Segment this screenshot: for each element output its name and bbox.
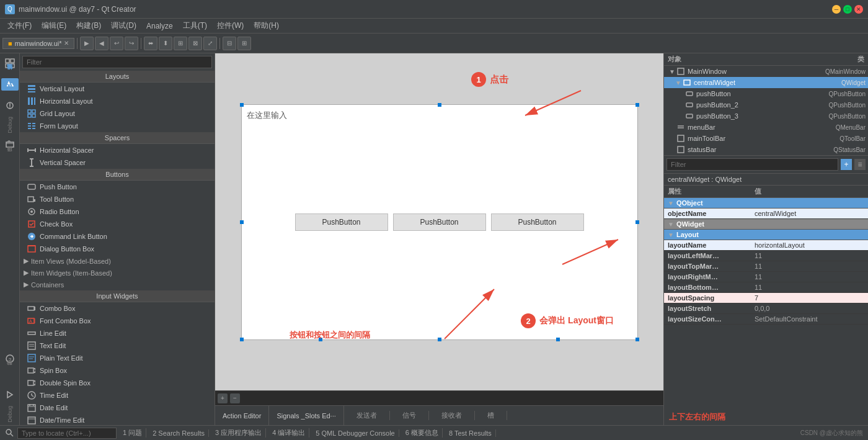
props-filter-input[interactable] — [666, 158, 838, 171]
item-plain-text-edit[interactable]: Plain Text Edit — [20, 352, 215, 364]
sidebar-filter-input[interactable] — [22, 56, 212, 68]
toolbar-btn-tab2[interactable]: ⊞ — [237, 37, 251, 50]
obj-row-pushbutton3[interactable]: pushButton_3 QPushButton — [664, 110, 868, 122]
minimize-button[interactable]: ─ — [832, 5, 841, 14]
status-test-results[interactable]: 8 Test Results — [445, 429, 496, 437]
props-row-layoutname[interactable]: layoutName horizontalLayout — [664, 240, 868, 251]
status-app-output[interactable]: 3 应用程序输出 — [211, 428, 266, 438]
obj-row-statusbar[interactable]: statusBar QStatusBar — [664, 144, 868, 155]
strip-project-icon[interactable] — [2, 137, 17, 152]
props-row-layouttop[interactable]: layoutTopMar… 11 — [664, 261, 868, 272]
props-options-button[interactable]: ≡ — [854, 159, 866, 170]
props-add-button[interactable]: + — [841, 159, 852, 170]
radio-button-label: Radio Button — [40, 208, 79, 215]
toolbar-btn-align-v[interactable]: ⬍ — [159, 37, 172, 50]
strip-widgets-icon[interactable] — [2, 56, 17, 71]
props-row-objectname[interactable]: objectName centralWidget — [664, 209, 868, 219]
item-dialog-button[interactable]: Dialog Button Box — [20, 243, 215, 255]
item-date-edit[interactable]: Date Edit — [20, 402, 215, 414]
obj-row-toolbar[interactable]: mainToolBar QToolBar — [664, 133, 868, 144]
item-widgets-chevron: ▶ — [24, 269, 29, 277]
status-qml-debugger[interactable]: 5 QML Debugger Console — [312, 429, 399, 437]
item-line-edit[interactable]: Line Edit — [20, 327, 215, 339]
layout-collapse-icon[interactable]: ▼ — [668, 231, 674, 238]
item-horizontal-spacer[interactable]: Horizontal Spacer — [20, 144, 215, 156]
item-spin-box[interactable]: Spin Box — [20, 364, 215, 377]
item-vertical-spacer[interactable]: Vertical Spacer — [20, 156, 215, 169]
props-row-layoutleft[interactable]: layoutLeftMar… 11 — [664, 251, 868, 261]
toolbar-btn-align-h[interactable]: ⬌ — [144, 37, 157, 50]
menu-build[interactable]: 构建(B) — [71, 19, 106, 32]
item-font-combo[interactable]: A Font Combo Box — [20, 315, 215, 327]
status-search[interactable]: 2 Search Results — [149, 429, 209, 437]
item-double-spin-box[interactable]: Double Spin Box — [20, 377, 215, 389]
item-vertical-layout[interactable]: Vertical Layout — [20, 83, 215, 95]
props-row-layoutspacing[interactable]: layoutSpacing 7 — [664, 293, 868, 303]
props-row-layoutright[interactable]: layoutRightM… 11 — [664, 272, 868, 282]
qwidget-collapse-icon[interactable]: ▼ — [668, 221, 674, 228]
design-form[interactable]: 在这里输入 PushButton PushButton PushButton — [241, 104, 638, 340]
toolbar-btn-tab[interactable]: ⊟ — [223, 37, 236, 50]
item-combo-box[interactable]: Combo Box — [20, 302, 215, 315]
item-checkbox[interactable]: Check Box — [20, 218, 215, 230]
toolbar-btn-4[interactable]: ↪ — [125, 37, 138, 50]
centralwidget-expand[interactable]: ▼ — [675, 79, 681, 86]
obj-row-pushbutton[interactable]: pushButton QPushButton — [664, 88, 868, 99]
item-text-edit[interactable]: Text Edit — [20, 339, 215, 352]
canvas-push-btn-2[interactable]: PushButton — [393, 213, 486, 231]
strip-design-icon[interactable] — [1, 78, 19, 91]
toolbar-btn-1[interactable]: ▶ — [80, 37, 94, 50]
item-push-button[interactable]: Push Button — [20, 181, 215, 193]
strip-help-icon[interactable]: ? — [2, 351, 17, 366]
obj-row-centralwidget[interactable]: ▼ centralWidget QWidget — [664, 77, 868, 88]
menu-tools[interactable]: 工具(T) — [178, 19, 212, 32]
item-form-layout[interactable]: Form Layout — [20, 120, 215, 132]
remove-action-button[interactable]: − — [230, 393, 240, 403]
status-problems[interactable]: 1 问题 — [119, 428, 146, 438]
close-tab-button[interactable]: ✕ — [64, 40, 69, 47]
props-row-layoutsizecon[interactable]: layoutSizeCon… SetDefaultConstraint — [664, 314, 868, 325]
toolbar-btn-break[interactable]: ⊠ — [188, 37, 202, 50]
obj-row-pushbutton2[interactable]: pushButton_2 QPushButton — [664, 99, 868, 110]
item-widgets-expand[interactable]: ▶ Item Widgets (Item-Based) — [20, 267, 215, 279]
close-button[interactable]: ✕ — [854, 5, 863, 14]
item-horizontal-layout[interactable]: Horizontal Layout — [20, 95, 215, 107]
item-datetime-edit[interactable]: Date/Time Edit — [20, 414, 215, 425]
menu-file[interactable]: 文件(F) — [2, 19, 37, 32]
toolbar-btn-3[interactable]: ↩ — [110, 37, 123, 50]
obj-row-mainwindow[interactable]: ▼ MainWindow QMainWindow — [664, 66, 868, 77]
toolbar-btn-adj-size[interactable]: ⤢ — [203, 37, 217, 50]
menu-debug[interactable]: 调试(D) — [106, 19, 141, 32]
item-time-edit[interactable]: Time Edit — [20, 389, 215, 402]
menu-controls[interactable]: 控件(W) — [212, 19, 249, 32]
menu-help[interactable]: 帮助(H) — [249, 19, 284, 32]
svg-rect-23 — [32, 125, 35, 127]
props-row-layoutbottom[interactable]: layoutBottom… 11 — [664, 282, 868, 293]
locate-input[interactable] — [17, 428, 117, 439]
canvas-push-btn-1[interactable]: PushButton — [295, 213, 388, 231]
props-row-layoutstretch[interactable]: layoutStretch 0,0,0 — [664, 303, 868, 314]
signals-slots-tab[interactable]: Signals _Slots Ed··· — [269, 406, 343, 425]
toolbar-btn-grid[interactable]: ⊞ — [174, 37, 187, 50]
mainwindow-expand[interactable]: ▼ — [669, 68, 675, 75]
status-compile-output[interactable]: 4 编译输出 — [268, 428, 309, 438]
file-tab[interactable]: ■ mainwindow.ui* ✕ — [2, 38, 74, 49]
canvas-push-btn-3[interactable]: PushButton — [491, 213, 584, 231]
status-overview[interactable]: 6 概要信息 — [402, 428, 443, 438]
item-views-expand[interactable]: ▶ Item Views (Model-Based) — [20, 255, 215, 267]
qobject-collapse-icon[interactable]: ▼ — [668, 200, 674, 207]
strip-debug-icon[interactable] — [2, 98, 17, 113]
toolbar-btn-2[interactable]: ◀ — [95, 37, 108, 50]
obj-row-menubar[interactable]: menuBar QMenuBar — [664, 122, 868, 133]
add-action-button[interactable]: + — [218, 393, 228, 403]
item-tool-button[interactable]: Tool Button — [20, 193, 215, 205]
menu-analyze[interactable]: Analyze — [141, 20, 178, 32]
maximize-button[interactable]: □ — [843, 5, 852, 14]
item-grid-layout[interactable]: Grid Layout — [20, 107, 215, 120]
menu-edit[interactable]: 编辑(E) — [37, 19, 71, 32]
strip-debug2-icon[interactable] — [2, 387, 17, 402]
action-editor-tab[interactable]: Action Editor — [215, 406, 269, 425]
item-command-link[interactable]: Command Link Button — [20, 230, 215, 243]
containers-expand[interactable]: ▶ Containers — [20, 279, 215, 290]
item-radio-button[interactable]: Radio Button — [20, 205, 215, 218]
